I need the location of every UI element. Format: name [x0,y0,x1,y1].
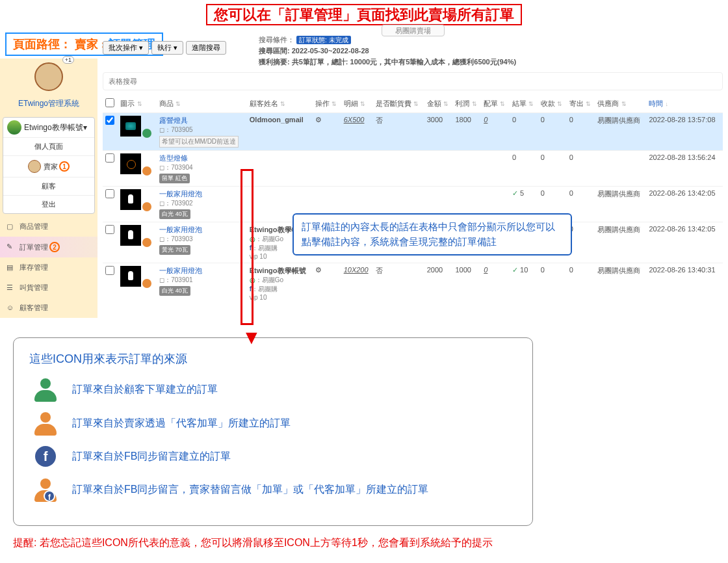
column-header[interactable]: 明細 ⇅ [341,94,373,113]
advanced-search-button[interactable]: 進階搜尋 [186,41,226,55]
nav-icon: ▤ [6,263,16,272]
source-icon [142,166,151,176]
nav-item-3[interactable]: ☰叫貨管理 [0,278,98,298]
avatar [7,120,21,135]
nav-logout[interactable]: 登出 [3,195,94,213]
column-header[interactable]: 利潤 ⇅ [452,94,481,113]
avatar-icon [28,160,41,173]
account-box: Etwingo教學帳號▾ 個人頁面 賣家 1 顧客 登出 [3,117,95,214]
step-1-marker: 1 [59,161,70,172]
account-dropdown[interactable]: Etwingo教學帳號▾ [3,118,94,137]
nav-icon: ▢ [6,222,16,231]
nav-icon: ☰ [6,283,16,293]
nav-icon: ☺ [6,304,16,313]
column-header[interactable]: 圖示 ⇅ [118,94,157,113]
select-all-checkbox[interactable] [105,98,114,107]
column-header[interactable]: 是否斷貨費 ⇅ [373,94,424,113]
product-thumb [120,225,141,246]
source-icon [142,129,151,138]
legend-box: 這些ICON用來表示訂單的來源 訂單來自於顧客下單建立的訂單 訂單來自於賣家透過… [13,337,533,526]
table-row: 造型燈條◻：703904留單 紅色0002022-08-28 13:56:24 [103,151,723,187]
content: 易團購賣場 批次操作 ▾ 執行 ▾ 進階搜尋 搜尋條件： 訂單狀態: 未完成 搜… [98,59,728,318]
gear-icon[interactable]: ⚙ [315,116,322,124]
search-info: 搜尋條件： 訂單狀態: 未完成 搜尋區間: 2022-05-30~2022-08… [259,35,723,67]
row-checkbox[interactable] [105,116,114,125]
nav-item-1[interactable]: ✎訂單管理2 [0,237,98,257]
column-header[interactable]: 結單 ⇅ [510,94,538,113]
logo: +1 [0,59,98,97]
detail-link[interactable]: 10X200 [344,266,369,274]
detail-link[interactable]: 6X500 [344,116,365,124]
table-search[interactable] [103,72,723,90]
batch-button[interactable]: 批次操作 ▾ [103,41,149,55]
bottom-tip: 提醒: 若您忘記這些ICON所代表的意義，您可以將滑鼠移至ICON上方等待1秒，… [0,532,728,563]
table-row: 露營燈具◻：703905希望可以在MM/DD前送達Oldmoon_gmail⚙6… [103,113,723,151]
table-row: 一般家用燈泡◻：703901白光 40瓦Etwingo教學帳號◎：易團Gof：易… [103,263,723,304]
facebook-icon: f [35,446,56,467]
product-thumb [120,266,141,287]
system-name: ETwingo管理系統 [0,97,98,114]
market-selector[interactable]: 易團購賣場 [103,26,723,36]
product-thumb [120,116,141,137]
tooltip-note: 訂單備註的內容太長的話在表格中只會部分顯示所以您可以點擊備註內容，系統就會呈現完… [292,213,572,255]
source-icon [142,279,151,288]
nav-item-0[interactable]: ▢商品管理 [0,216,98,237]
column-header[interactable]: 收款 ⇅ [538,94,567,113]
column-header[interactable]: 時間 ↓ [646,94,723,113]
legend-text: 訂單來自於賣家透過「代客加單」所建立的訂單 [72,417,291,430]
legend-title: 這些ICON用來表示訂單的來源 [29,351,517,367]
nav-icon: ✎ [6,242,16,252]
row-checkbox[interactable] [105,189,114,198]
column-header[interactable]: 金額 ⇅ [424,94,453,113]
step-2-marker: 2 [49,242,60,252]
note-link[interactable]: 希望可以在MM/DD前送達 [159,136,239,148]
source-icon [142,238,151,247]
nav-personal[interactable]: 個人頁面 [3,137,94,155]
search-input[interactable] [109,77,717,85]
notification-badge: +1 [62,56,74,64]
nav-item-2[interactable]: ▤庫存管理 [0,257,98,278]
nav-customer[interactable]: 顧客 [3,177,94,195]
orders-table: 圖示 ⇅商品 ⇅顧客姓名 ⇅操作 ⇅明細 ⇅是否斷貨費 ⇅金額 ⇅利潤 ⇅配單 … [103,94,723,304]
gear-icon[interactable]: ⚙ [315,266,322,274]
column-header[interactable]: 顧客姓名 ⇅ [247,94,313,113]
row-checkbox[interactable] [105,225,114,234]
person-orange-fb-icon: f [34,478,57,501]
product-thumb [120,153,141,174]
legend-text: 訂單來自於FB同步留言，賣家替留言做「加單」或「代客加單」所建立的訂單 [72,483,428,497]
row-checkbox[interactable] [105,266,114,275]
column-header[interactable]: 供應商 ⇅ [595,94,646,113]
legend-text: 訂單來自於FB同步留言建立的訂單 [72,450,231,464]
run-button[interactable]: 執行 ▾ [151,41,183,55]
legend-text: 訂單來自於顧客下單建立的訂單 [72,383,218,397]
column-header[interactable]: 操作 ⇅ [313,94,341,113]
nav-item-4[interactable]: ☺顧客管理 [0,298,98,318]
column-header[interactable]: 商品 ⇅ [157,94,247,113]
arrow-down-icon: ▼ [242,326,261,348]
sidebar: +1 ETwingo管理系統 Etwingo教學帳號▾ 個人頁面 賣家 1 顧客… [0,59,98,318]
product-thumb [120,189,141,210]
nav-seller[interactable]: 賣家 1 [3,155,94,177]
person-orange-icon [34,412,57,434]
source-icon [142,202,151,211]
column-header[interactable]: 配單 ⇅ [481,94,510,113]
person-green-icon [34,378,57,400]
row-checkbox[interactable] [105,153,114,163]
column-header[interactable]: 寄出 ⇅ [567,94,595,113]
